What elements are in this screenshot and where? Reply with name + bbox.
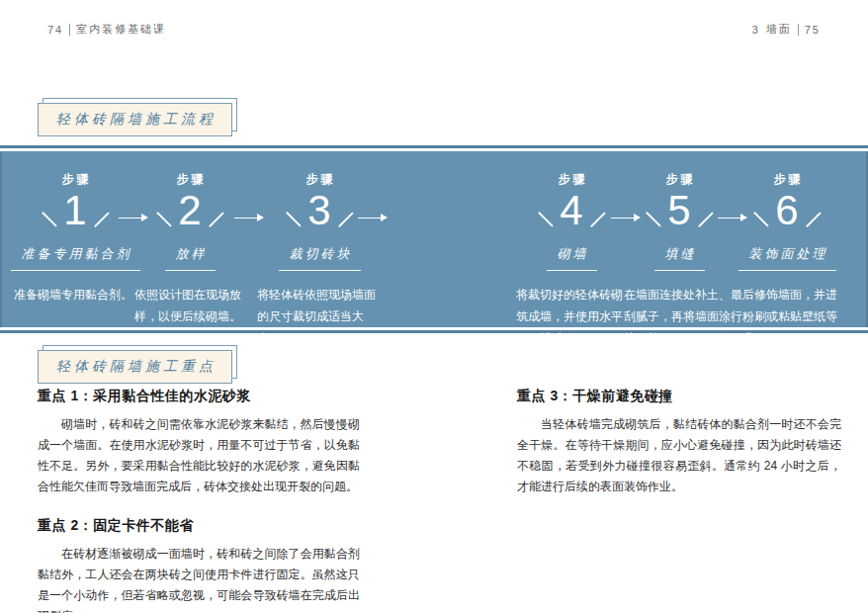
step-number-row: 3 bbox=[293, 189, 346, 232]
step-number-row: 2 bbox=[163, 189, 217, 232]
step-description: 将轻体砖依照现场墙面的尺寸裁切成适当大小。 bbox=[257, 284, 382, 349]
right-arrow-icon bbox=[119, 213, 148, 222]
step-number-row: 6 bbox=[760, 189, 814, 232]
chapter-number: 3 bbox=[752, 24, 760, 36]
right-arrow-icon bbox=[718, 213, 747, 222]
step-number: 6 bbox=[775, 189, 798, 232]
step-number: 5 bbox=[667, 189, 690, 232]
chevron-right-icon bbox=[94, 212, 109, 226]
chevron-left-icon bbox=[42, 212, 56, 226]
keypoint-heading: 重点 3：干燥前避免碰撞 bbox=[517, 388, 841, 405]
chapter-title: 墙面 bbox=[766, 22, 792, 37]
keypoint-1: 重点 1：采用黏合性佳的水泥砂浆 砌墙时，砖和砖之间需依靠水泥砂浆来黏结，然后慢… bbox=[38, 388, 360, 497]
step-name: 砌墙 bbox=[547, 245, 597, 271]
step-description: 依照设计图在现场放样，以便后续砌墙。 bbox=[134, 284, 245, 327]
step-label: 步骤 bbox=[304, 171, 336, 188]
page-number-left: 74 bbox=[47, 24, 63, 36]
keypoint-body: 在砖材逐渐被砌成一面墙时，砖和砖之间除了会用黏合剂黏结外，工人还会在两块砖之间使… bbox=[38, 544, 360, 613]
step-2: 步骤 2 放样 依照设计图在现场放样，以便后续砌墙。 bbox=[127, 171, 253, 327]
step-label: 步骤 bbox=[174, 171, 207, 188]
section-title-box-keypoints: 轻体砖隔墙施工重点 bbox=[38, 350, 232, 384]
keypoint-2: 重点 2：固定卡件不能省 在砖材逐渐被砌成一面墙时，砖和砖之间除了会用黏合剂黏结… bbox=[38, 517, 360, 613]
step-name: 填缝 bbox=[654, 245, 705, 271]
step-number: 4 bbox=[560, 189, 582, 232]
chevron-right-icon bbox=[590, 212, 605, 226]
process-band: 步骤 1 准备专用黏合剂 准备砌墙专用黏合剂。 步骤 2 放样 依照设计图在现场… bbox=[0, 145, 868, 333]
process-band-fill: 步骤 1 准备专用黏合剂 准备砌墙专用黏合剂。 步骤 2 放样 依照设计图在现场… bbox=[0, 151, 868, 327]
book-spread: { "header_left": { "page_number": "74", … bbox=[0, 0, 868, 613]
step-name: 装饰面处理 bbox=[738, 245, 836, 271]
chevron-right-icon bbox=[698, 212, 713, 226]
step-6: 步骤 6 装饰面处理 最后修饰墙面，并进行粉刷或粘贴壁纸等作业。 bbox=[728, 171, 846, 349]
keypoints-left-column: 重点 1：采用黏合性佳的水泥砂浆 砌墙时，砖和砖之间需依靠水泥砂浆来黏结，然后慢… bbox=[38, 388, 360, 613]
header-divider bbox=[69, 24, 70, 36]
chevron-right-icon bbox=[209, 212, 223, 226]
step-description: 将裁切好的轻体砖砌筑成墙，并使用水平工具辅助测量。 bbox=[516, 284, 627, 349]
step-number-row: 1 bbox=[48, 189, 102, 232]
running-head-right: 3 墙面 75 bbox=[752, 22, 821, 37]
keypoint-3: 重点 3：干燥前避免碰撞 当轻体砖墙完成砌筑后，黏结砖体的黏合剂一时还不会完全干… bbox=[517, 388, 841, 497]
section-title-box-process: 轻体砖隔墙施工流程 bbox=[38, 103, 232, 136]
step-number-row: 4 bbox=[545, 189, 598, 232]
chevron-left-icon bbox=[156, 212, 171, 226]
chevron-left-icon bbox=[753, 212, 768, 226]
chevron-left-icon bbox=[646, 212, 660, 226]
step-5: 步骤 5 填缝 在墙面连接处补土、刮腻子，再将墙面涂抹平整。 bbox=[622, 171, 737, 349]
step-name: 裁切砖块 bbox=[279, 245, 361, 271]
chevron-right-icon bbox=[338, 212, 353, 226]
step-label: 步骤 bbox=[663, 171, 696, 188]
page-number-right: 75 bbox=[805, 24, 821, 36]
step-name: 准备专用黏合剂 bbox=[11, 245, 140, 271]
step-number: 2 bbox=[178, 189, 201, 232]
step-number-row: 5 bbox=[652, 189, 706, 232]
section-title-process: 轻体砖隔墙施工流程 bbox=[38, 103, 232, 136]
keypoint-body: 当轻体砖墙完成砌筑后，黏结砖体的黏合剂一时还不会完全干燥。在等待干燥期间，应小心… bbox=[517, 414, 841, 497]
step-label: 步骤 bbox=[556, 171, 588, 188]
step-number: 3 bbox=[307, 189, 330, 232]
step-description: 最后修饰墙面，并进行粉刷或粘贴壁纸等作业。 bbox=[731, 284, 843, 349]
step-1: 步骤 1 准备专用黏合剂 准备砌墙专用黏合剂。 bbox=[12, 171, 138, 306]
chevron-left-icon bbox=[286, 212, 301, 226]
chevron-right-icon bbox=[806, 212, 821, 226]
step-4: 步骤 4 砌墙 将裁切好的轻体砖砌筑成墙，并使用水平工具辅助测量。 bbox=[514, 171, 629, 349]
book-title: 室内装修基础课 bbox=[76, 22, 166, 37]
keypoint-body: 砌墙时，砖和砖之间需依靠水泥砂浆来黏结，然后慢慢砌成一个墙面。在使用水泥砂浆时，… bbox=[38, 414, 360, 497]
running-head-left: 74 室内装修基础课 bbox=[47, 22, 166, 37]
step-label: 步骤 bbox=[59, 171, 92, 188]
step-3: 步骤 3 裁切砖块 将轻体砖依照现场墙面的尺寸裁切成适当大小。 bbox=[254, 171, 385, 349]
step-description: 准备砌墙专用黏合剂。 bbox=[14, 284, 136, 306]
keypoints-right-column: 重点 3：干燥前避免碰撞 当轻体砖墙完成砌筑后，黏结砖体的黏合剂一时还不会完全干… bbox=[517, 388, 841, 497]
right-arrow-icon bbox=[234, 213, 264, 222]
keypoint-heading: 重点 1：采用黏合性佳的水泥砂浆 bbox=[38, 388, 360, 405]
right-arrow-icon bbox=[611, 213, 641, 222]
step-description: 在墙面连接处补土、刮腻子，再将墙面涂抹平整。 bbox=[624, 284, 735, 349]
step-number: 1 bbox=[63, 189, 86, 232]
keypoint-heading: 重点 2：固定卡件不能省 bbox=[38, 517, 360, 535]
step-label: 步骤 bbox=[771, 171, 804, 188]
header-divider bbox=[798, 24, 799, 36]
step-name: 放样 bbox=[165, 245, 216, 271]
section-title-keypoints: 轻体砖隔墙施工重点 bbox=[38, 350, 232, 384]
right-arrow-icon bbox=[358, 213, 388, 222]
chevron-left-icon bbox=[538, 212, 553, 226]
